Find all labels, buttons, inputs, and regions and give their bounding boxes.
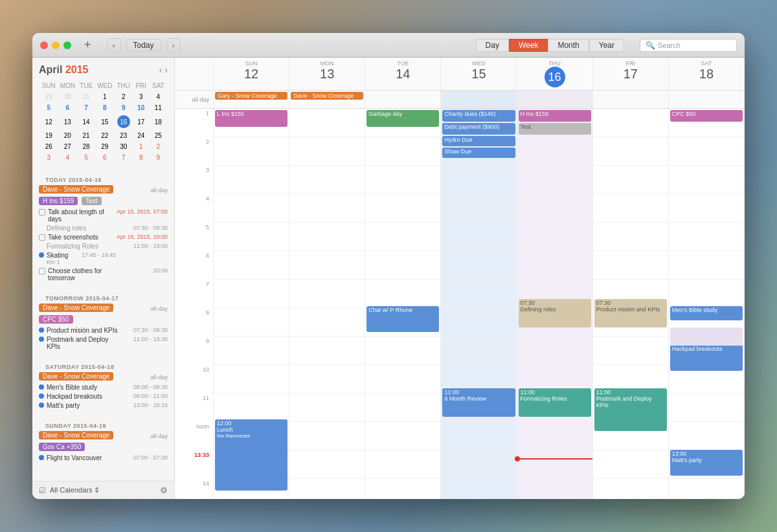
week-day-thu[interactable]: THU 16	[517, 58, 593, 90]
allday-cell-mon[interactable]: Dave - Snow Coverage	[289, 91, 365, 108]
today-button[interactable]: Today	[126, 39, 161, 52]
month-view-button[interactable]: Month	[548, 39, 589, 52]
l-ins-event[interactable]: L Ins $150	[215, 110, 287, 127]
maximize-button[interactable]	[63, 41, 71, 49]
cpc-event[interactable]: CPC $50	[670, 110, 743, 122]
day-col-thu[interactable]: H Ins $159 Test 07:30 Defining roles 11:…	[517, 109, 593, 499]
cal-day[interactable]: 9	[150, 153, 166, 162]
cal-day[interactable]: 4	[150, 92, 166, 102]
charity-dues-event[interactable]: Charity dues ($140)	[442, 110, 515, 122]
mens-bible-sat-event[interactable]: Men's Bible study	[670, 306, 743, 320]
time-grid[interactable]: 1 2 3 4 5 6 7 8 9 10 11 noon 13:33 14	[175, 109, 745, 499]
cal-day[interactable]: 30	[115, 142, 132, 151]
allday-cell-sat[interactable]	[669, 91, 745, 108]
checkbox-clothes[interactable]	[39, 268, 45, 274]
dave-snow-tag-today[interactable]: Dave - Snow Coverage	[39, 185, 113, 194]
day-col-sun[interactable]: L Ins $150 12:00 Lunch the Ramneses	[214, 109, 289, 499]
day-col-sat[interactable]: CPC $50 Men's Bible study Hackpad breako…	[669, 109, 745, 499]
cal-day[interactable]: 10	[133, 103, 149, 113]
cal-day[interactable]: 18	[150, 114, 166, 129]
week-day-fri[interactable]: FRI 17	[593, 58, 669, 90]
forward-button[interactable]: ›	[166, 38, 181, 52]
cal-day[interactable]: 2	[115, 92, 132, 102]
cal-day[interactable]: 17	[133, 114, 149, 129]
cal-day[interactable]: 22	[96, 131, 114, 140]
6-month-review-event[interactable]: 11:00 6 Month Review	[442, 388, 515, 417]
cal-day[interactable]: 9	[115, 103, 132, 113]
allday-cell-tue[interactable]	[365, 91, 441, 108]
cal-day[interactable]: 28	[78, 142, 95, 151]
week-view-button[interactable]: Week	[509, 39, 548, 52]
cal-day[interactable]: 5	[78, 153, 95, 162]
cal-day[interactable]: 6	[58, 103, 76, 113]
week-day-mon[interactable]: MON 13	[289, 58, 365, 90]
cal-day[interactable]: 7	[78, 103, 95, 113]
cal-day[interactable]: 8	[96, 103, 114, 113]
cal-day[interactable]: 21	[78, 131, 95, 140]
cal-day[interactable]: 4	[58, 153, 76, 162]
week-day-sun[interactable]: SUN 12	[214, 58, 289, 90]
cal-day[interactable]: 29	[40, 92, 57, 102]
cal-day[interactable]: 15	[96, 114, 114, 129]
cal-day[interactable]: 25	[150, 131, 166, 140]
week-day-tue[interactable]: TUE 14	[365, 58, 441, 90]
week-day-wed[interactable]: WED 15	[441, 58, 517, 90]
mini-cal-next[interactable]: ›	[164, 65, 168, 75]
cal-day[interactable]: 19	[40, 131, 57, 140]
cal-day[interactable]: 1	[133, 142, 149, 151]
cal-day[interactable]: 7	[115, 153, 132, 162]
cal-day[interactable]: 24	[133, 131, 149, 140]
search-box[interactable]: 🔍 Search	[640, 39, 737, 52]
dave-snow-tag-tomorrow[interactable]: Dave - Snow Coverage	[39, 304, 113, 312]
cal-day[interactable]: 5	[40, 103, 57, 113]
day-col-fri[interactable]: 07:30 Product misión and KPIs 11:00 Post…	[593, 109, 669, 499]
allday-cell-sun[interactable]: Gary - Snow Coverage	[214, 91, 289, 108]
h-ins-event[interactable]: H Ins $159	[519, 110, 591, 122]
hackpad-sat-event[interactable]: Hackpad breakouts	[670, 345, 743, 371]
day-view-button[interactable]: Day	[476, 39, 509, 52]
cal-today-16[interactable]: 16	[115, 114, 132, 129]
product-kpis-fri-event[interactable]: 07:30 Product misión and KPIs	[594, 299, 667, 327]
all-calendars-label[interactable]: All Calendars ⇕	[50, 486, 100, 494]
add-calendar-icon[interactable]: ☑	[39, 486, 46, 495]
cal-day[interactable]: 31	[78, 92, 95, 102]
cal-day[interactable]: 27	[58, 142, 76, 151]
cal-day[interactable]: 11	[150, 103, 166, 113]
minimize-button[interactable]	[52, 41, 60, 49]
cal-day[interactable]: 6	[96, 153, 114, 162]
cal-day[interactable]: 8	[133, 153, 149, 162]
dave-snow-tag-sat[interactable]: Dave - Snow Coverage	[39, 372, 113, 381]
cal-day[interactable]: 29	[96, 142, 114, 151]
dave-snow-event[interactable]: Dave - Snow Coverage	[291, 92, 363, 100]
checkbox-talk[interactable]	[39, 209, 45, 216]
close-button[interactable]	[40, 41, 48, 49]
postmark-fri-event[interactable]: 11:00 Postmark and Deploy KPIs	[594, 388, 667, 431]
cal-day[interactable]: 30	[58, 92, 76, 102]
cal-day[interactable]: 20	[58, 131, 76, 140]
allday-cell-thu[interactable]	[517, 91, 593, 108]
day-col-mon[interactable]	[289, 109, 365, 499]
cal-day[interactable]: 13	[58, 114, 76, 129]
day-col-wed[interactable]: Charity dues ($140) Debt payment ($900) …	[441, 109, 517, 499]
mini-cal-prev[interactable]: ‹	[159, 65, 163, 75]
cal-day[interactable]: 2	[150, 142, 166, 151]
calendar-settings-icon[interactable]: ⚙	[160, 485, 168, 495]
gov-ca-tag[interactable]: Gov Ca +350	[39, 443, 85, 451]
dave-snow-tag-sun[interactable]: Dave - Snow Coverage	[39, 431, 113, 439]
hydro-due-event[interactable]: Hydro Due	[442, 136, 515, 146]
year-view-button[interactable]: Year	[589, 39, 624, 52]
cal-day[interactable]: 12	[40, 114, 57, 129]
day-col-tue[interactable]: Garbage day Chat w/ P Rhone	[365, 109, 441, 499]
test-tag[interactable]: Test	[82, 197, 101, 205]
formalizing-roles-event[interactable]: 11:00 Formalizing Roles	[519, 388, 591, 417]
test-event[interactable]: Test	[519, 123, 591, 135]
add-calendar-button[interactable]: +	[84, 38, 91, 52]
lunch-event[interactable]: 12:00 Lunch the Ramneses	[215, 419, 287, 491]
cal-day[interactable]: 3	[40, 153, 57, 162]
back-button[interactable]: ‹	[107, 38, 121, 52]
garbage-day-event[interactable]: Garbage day	[366, 110, 439, 127]
shaw-due-event[interactable]: Shaw Due	[442, 148, 515, 158]
checkbox-screenshots[interactable]	[39, 234, 45, 241]
h-ins-tag[interactable]: H Ins $159	[39, 197, 78, 205]
allday-cell-wed[interactable]	[441, 91, 517, 108]
